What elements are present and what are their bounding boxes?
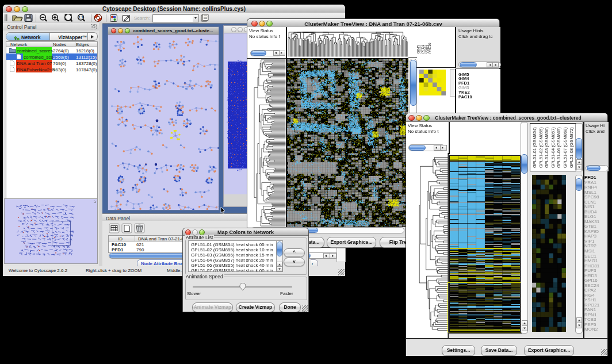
svg-text:1:1: 1:1: [79, 16, 83, 19]
